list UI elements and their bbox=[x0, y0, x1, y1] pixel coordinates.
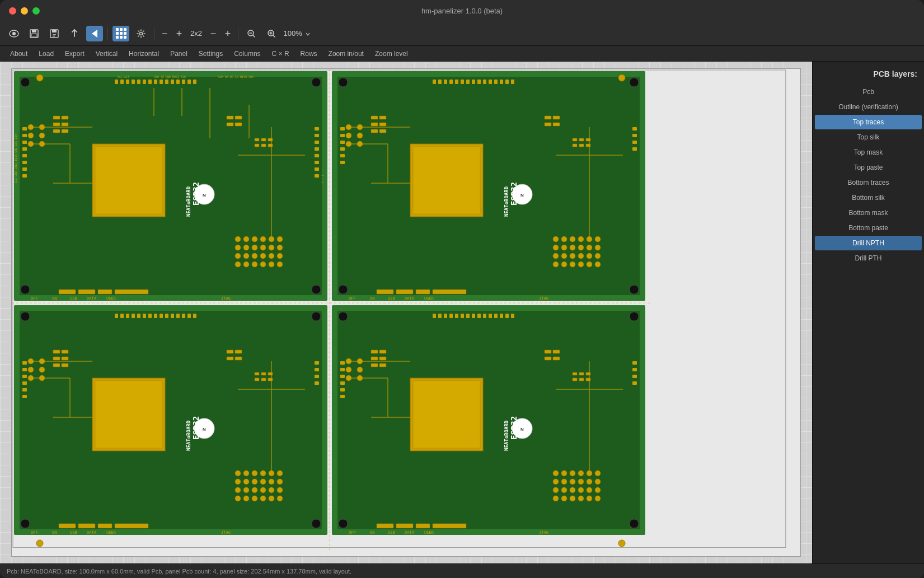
svg-rect-412 bbox=[586, 372, 590, 375]
svg-rect-153 bbox=[477, 80, 481, 84]
menu-item-load[interactable]: Load bbox=[34, 49, 58, 59]
svg-rect-262 bbox=[22, 381, 27, 385]
layer-item-8[interactable]: Bottom mask bbox=[815, 206, 922, 220]
svg-rect-106 bbox=[268, 138, 273, 141]
maximize-button[interactable] bbox=[32, 7, 40, 15]
layer-item-9[interactable]: Bottom paste bbox=[815, 221, 922, 235]
svg-rect-4 bbox=[31, 34, 37, 37]
svg-rect-346 bbox=[449, 314, 453, 318]
layer-item-0[interactable]: Pcb bbox=[815, 85, 922, 99]
menu-item-columns[interactable]: Columns bbox=[229, 49, 265, 59]
svg-point-386 bbox=[553, 487, 559, 493]
svg-rect-264 bbox=[22, 395, 27, 398]
eye-button[interactable] bbox=[6, 26, 22, 41]
rows-plus-button[interactable]: + bbox=[222, 29, 233, 39]
svg-rect-157 bbox=[500, 80, 503, 84]
svg-rect-94 bbox=[53, 129, 60, 133]
menu-item-settings[interactable]: Settings bbox=[194, 49, 227, 59]
layer-item-6[interactable]: Bottom traces bbox=[815, 175, 922, 190]
svg-point-284 bbox=[260, 479, 266, 484]
svg-point-171 bbox=[346, 133, 351, 138]
toolbar: − + 2x2 − + 100% bbox=[0, 21, 924, 46]
svg-text:SDA RX DC CS MISO SDA: SDA RX DC CS MISO SDA bbox=[218, 75, 254, 78]
menu-item-zoom-in/out[interactable]: Zoom in/out bbox=[324, 49, 368, 59]
svg-rect-31 bbox=[115, 80, 118, 84]
zoom-in-button[interactable] bbox=[263, 26, 280, 41]
svg-rect-253 bbox=[165, 314, 168, 318]
svg-point-83 bbox=[260, 253, 266, 259]
svg-point-384 bbox=[587, 479, 592, 484]
menu-item-c-×-r[interactable]: C × R bbox=[268, 49, 294, 59]
svg-point-70 bbox=[252, 236, 257, 242]
svg-rect-202 bbox=[371, 129, 378, 133]
back-button[interactable] bbox=[86, 26, 103, 41]
menu-item-export[interactable]: Export bbox=[60, 49, 89, 59]
menu-item-zoom-level[interactable]: Zoom level bbox=[370, 49, 412, 59]
layer-item-1[interactable]: Outline (verification) bbox=[815, 100, 922, 114]
layer-item-3[interactable]: Top silk bbox=[815, 130, 922, 144]
layer-item-11[interactable]: Drill PTH bbox=[815, 251, 922, 265]
svg-point-174 bbox=[357, 133, 363, 138]
svg-point-433 bbox=[618, 540, 625, 547]
svg-rect-399 bbox=[371, 357, 378, 360]
zoom-level-label: 100% bbox=[283, 29, 311, 38]
export-button[interactable] bbox=[46, 26, 63, 41]
svg-point-390 bbox=[587, 487, 592, 493]
sidebar: PCB layers: PcbOutline (verification)Top… bbox=[812, 62, 924, 563]
svg-rect-244 bbox=[115, 314, 118, 318]
layer-item-4[interactable]: Top mask bbox=[815, 145, 922, 160]
svg-rect-201 bbox=[371, 123, 378, 126]
svg-rect-302 bbox=[62, 350, 68, 353]
svg-point-377 bbox=[578, 470, 584, 476]
svg-rect-211 bbox=[579, 138, 584, 141]
svg-point-396 bbox=[587, 496, 592, 501]
svg-point-77 bbox=[260, 245, 266, 250]
close-button[interactable] bbox=[9, 7, 16, 15]
menu-item-vertical[interactable]: Vertical bbox=[91, 49, 122, 59]
columns-plus-button[interactable]: + bbox=[173, 29, 185, 39]
layer-item-7[interactable]: Bottom silk bbox=[815, 190, 922, 205]
columns-minus-button[interactable]: − bbox=[159, 29, 170, 39]
menu-item-about[interactable]: About bbox=[6, 49, 32, 59]
layer-item-5[interactable]: Top paste bbox=[815, 160, 922, 175]
svg-rect-417 bbox=[416, 524, 430, 528]
svg-rect-210 bbox=[573, 138, 577, 141]
rows-minus-button[interactable]: − bbox=[208, 29, 219, 39]
pcb-panel[interactable]: N ESP32 NEAToBOARD bbox=[11, 68, 801, 557]
menu-item-panel[interactable]: Panel bbox=[166, 49, 192, 59]
svg-point-387 bbox=[561, 487, 567, 493]
svg-point-382 bbox=[570, 479, 575, 484]
svg-text:NEAToBOARD: NEAToBOARD bbox=[186, 186, 191, 217]
svg-rect-245 bbox=[120, 314, 124, 318]
layer-item-2[interactable]: Top traces bbox=[815, 115, 922, 129]
svg-rect-351 bbox=[477, 314, 481, 318]
save-button[interactable] bbox=[26, 26, 43, 41]
svg-rect-311 bbox=[255, 378, 259, 381]
svg-point-73 bbox=[277, 236, 283, 242]
grid-button[interactable] bbox=[112, 26, 129, 41]
svg-rect-52 bbox=[22, 167, 27, 171]
svg-point-394 bbox=[570, 496, 575, 501]
svg-rect-105 bbox=[261, 144, 266, 147]
svg-rect-299 bbox=[53, 350, 60, 353]
svg-rect-47 bbox=[22, 134, 27, 137]
svg-rect-359 bbox=[340, 368, 345, 371]
svg-rect-54 bbox=[315, 127, 319, 130]
layer-item-10[interactable]: Drill NPTH bbox=[815, 236, 922, 250]
svg-rect-37 bbox=[148, 80, 152, 84]
canvas-area[interactable]: N ESP32 NEAToBOARD bbox=[0, 62, 812, 563]
svg-rect-93 bbox=[53, 123, 60, 126]
menu-item-horizontal[interactable]: Horizontal bbox=[124, 49, 163, 59]
svg-rect-354 bbox=[494, 314, 498, 318]
menu-item-rows[interactable]: Rows bbox=[296, 49, 322, 59]
svg-point-369 bbox=[346, 367, 351, 372]
minimize-button[interactable] bbox=[21, 7, 28, 15]
up-button[interactable] bbox=[66, 26, 83, 41]
zoom-out-button[interactable] bbox=[243, 26, 260, 41]
svg-rect-20 bbox=[20, 77, 322, 295]
settings-button[interactable] bbox=[133, 26, 149, 41]
svg-rect-218 bbox=[396, 290, 413, 294]
pcb-layers-title: PCB layers: bbox=[813, 66, 924, 84]
svg-rect-104 bbox=[255, 144, 259, 147]
svg-rect-308 bbox=[235, 357, 242, 360]
